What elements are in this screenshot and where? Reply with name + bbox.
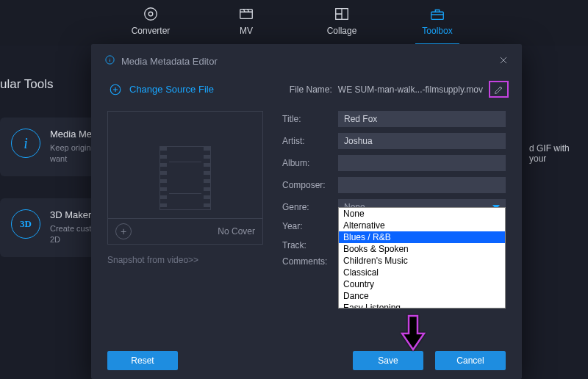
nav-label: MV xyxy=(240,26,253,36)
svg-point-1 xyxy=(148,12,153,16)
three-d-icon: 3D xyxy=(11,209,40,239)
nav-collage[interactable]: Collage xyxy=(320,6,364,46)
mv-icon xyxy=(238,6,254,22)
reset-button[interactable]: Reset xyxy=(107,351,178,370)
title-label: Title: xyxy=(282,114,332,124)
cancel-button[interactable]: Cancel xyxy=(435,351,506,370)
nav-label: Collage xyxy=(327,26,357,36)
title-input[interactable] xyxy=(338,111,506,127)
svg-point-0 xyxy=(145,8,157,21)
edit-filename-button[interactable] xyxy=(489,81,509,98)
svg-rect-4 xyxy=(431,12,444,19)
change-source-file-button[interactable]: Change Source File xyxy=(109,83,214,96)
composer-label: Composer: xyxy=(282,180,332,190)
artist-input[interactable] xyxy=(338,133,506,149)
genre-option[interactable]: Dance xyxy=(339,290,505,302)
album-input[interactable] xyxy=(338,155,506,171)
track-label: Track: xyxy=(282,240,332,250)
year-label: Year: xyxy=(282,221,332,231)
annotation-arrow-icon xyxy=(401,314,426,353)
bg-section-header: ular Tools xyxy=(0,77,53,92)
info-icon: i xyxy=(11,129,40,158)
genre-option[interactable]: Books & Spoken xyxy=(339,243,505,255)
snapshot-from-video-link[interactable]: Snapshot from video>> xyxy=(107,255,262,265)
genre-option[interactable]: Children's Music xyxy=(339,255,505,267)
svg-rect-2 xyxy=(240,10,253,19)
collage-icon xyxy=(334,6,350,22)
genre-label: Genre: xyxy=(282,202,332,212)
album-label: Album: xyxy=(282,158,332,168)
nav-label: Converter xyxy=(132,26,171,36)
close-button[interactable] xyxy=(498,55,509,68)
artist-label: Artist: xyxy=(282,136,332,146)
nav-converter[interactable]: Converter xyxy=(129,6,173,46)
top-nav: Converter MV Collage Toolbox xyxy=(0,0,588,46)
converter-icon xyxy=(143,6,159,22)
nav-mv[interactable]: MV xyxy=(224,6,268,46)
cover-art-area: + No Cover xyxy=(107,111,263,245)
metadata-editor-dialog: Media Metadata Editor Change Source File… xyxy=(91,44,522,379)
filename-value: WE SUM-man-walk...-filmsupply.mov xyxy=(338,84,483,95)
genre-option[interactable]: Country xyxy=(339,278,505,290)
add-cover-button[interactable]: + xyxy=(115,223,132,239)
composer-input[interactable] xyxy=(338,177,506,193)
nav-label: Toolbox xyxy=(422,26,452,36)
filename-label: File Name: xyxy=(290,84,332,95)
genre-option[interactable]: Easy Listening xyxy=(339,302,505,308)
toolbox-icon xyxy=(429,6,445,22)
genre-option[interactable]: None xyxy=(339,208,505,220)
nav-toolbox[interactable]: Toolbox xyxy=(415,6,459,46)
change-source-label: Change Source File xyxy=(129,84,214,95)
no-cover-label: No Cover xyxy=(218,226,255,237)
film-placeholder-icon xyxy=(159,146,211,210)
save-button[interactable]: Save xyxy=(353,351,423,370)
info-icon xyxy=(104,54,115,68)
genre-option[interactable]: Alternative xyxy=(339,220,505,231)
card-right-desc: d GIF with your xyxy=(529,143,588,164)
genre-option[interactable]: Blues / R&B xyxy=(339,231,505,243)
comments-label: Comments: xyxy=(282,256,332,267)
genre-option[interactable]: Classical xyxy=(339,267,505,278)
dialog-title: Media Metadata Editor xyxy=(121,56,218,67)
genre-dropdown-list[interactable]: NoneAlternativeBlues / R&BBooks & Spoken… xyxy=(338,207,506,308)
